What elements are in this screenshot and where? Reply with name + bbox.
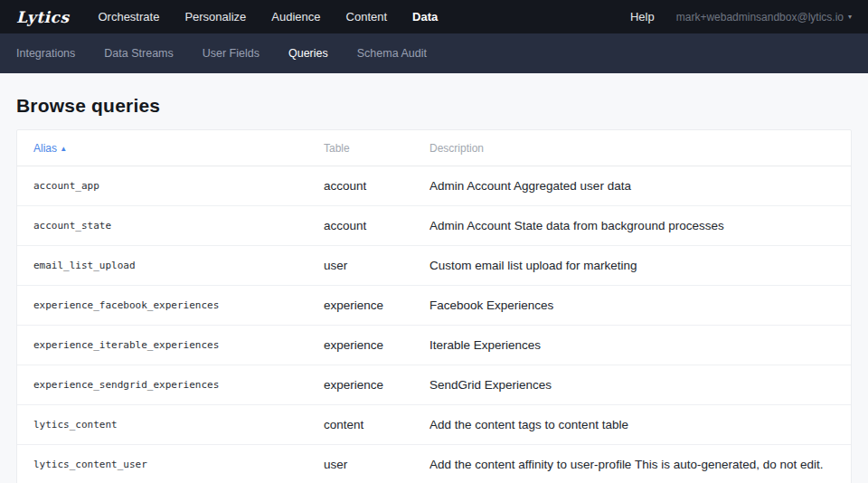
- alias-header-label: Alias: [33, 142, 57, 155]
- table-cell: experience: [324, 286, 429, 326]
- table-row[interactable]: email_list_upload user Custom email list…: [17, 246, 851, 286]
- account-menu[interactable]: mark+webadminsandbox@lytics.io ▾: [676, 11, 852, 24]
- description-cell: Iterable Experiences: [429, 326, 851, 365]
- description-cell: SendGrid Experiences: [429, 365, 851, 405]
- table-cell: user: [324, 445, 429, 483]
- nav-item-data[interactable]: Data: [412, 10, 438, 24]
- table-row[interactable]: experience_sendgrid_experiences experien…: [17, 365, 851, 405]
- table-row[interactable]: lytics_content_user user Add the content…: [17, 445, 851, 483]
- table-cell: account: [324, 166, 429, 206]
- table-row[interactable]: account_state account Admin Account Stat…: [17, 206, 851, 246]
- primary-nav: OrchestratePersonalizeAudienceContentDat…: [98, 10, 438, 24]
- column-header-alias[interactable]: Alias ▲: [17, 130, 324, 166]
- nav-item-orchestrate[interactable]: Orchestrate: [98, 10, 159, 24]
- alias-cell: experience_iterable_experiences: [17, 326, 324, 365]
- description-cell: Add the content tags to content table: [429, 405, 851, 445]
- nav-item-audience[interactable]: Audience: [271, 10, 320, 24]
- subnav-item-integrations[interactable]: Integrations: [16, 47, 75, 60]
- alias-cell: lytics_content: [17, 405, 324, 445]
- lytics-logo[interactable]: Lytics: [16, 8, 69, 26]
- topnav-right: Help mark+webadminsandbox@lytics.io ▾: [630, 10, 852, 24]
- table-cell: user: [324, 246, 429, 286]
- table-cell: account: [324, 206, 429, 246]
- description-cell: Add the content affinity to user-profile…: [429, 445, 851, 483]
- account-email: mark+webadminsandbox@lytics.io: [676, 11, 844, 24]
- top-navigation: Lytics OrchestratePersonalizeAudienceCon…: [0, 0, 868, 33]
- sort-asc-icon: ▲: [60, 145, 67, 153]
- main-content: Browse queries Alias ▲ Table Description…: [0, 95, 868, 483]
- table-row[interactable]: experience_iterable_experiences experien…: [17, 326, 851, 365]
- queries-table-card: Alias ▲ Table Description account_app ac…: [16, 129, 852, 483]
- alias-cell: email_list_upload: [17, 246, 324, 286]
- subnav-item-user-fields[interactable]: User Fields: [203, 47, 259, 60]
- subnav-item-queries[interactable]: Queries: [288, 47, 328, 60]
- data-subnav: IntegrationsData StreamsUser FieldsQueri…: [0, 33, 868, 73]
- alias-cell: account_app: [17, 166, 324, 206]
- description-cell: Admin Account Aggregated user data: [429, 166, 851, 206]
- help-link[interactable]: Help: [630, 10, 655, 24]
- table-cell: content: [324, 405, 429, 445]
- page-title: Browse queries: [16, 95, 852, 117]
- column-header-description[interactable]: Description: [429, 130, 851, 166]
- alias-cell: account_state: [17, 206, 324, 246]
- description-cell: Custom email list upload for marketing: [429, 246, 851, 286]
- column-header-table[interactable]: Table: [324, 130, 429, 166]
- description-cell: Admin Account State data from background…: [429, 206, 851, 246]
- subnav-item-data-streams[interactable]: Data Streams: [104, 47, 173, 60]
- alias-cell: lytics_content_user: [17, 445, 324, 483]
- alias-cell: experience_facebook_experiences: [17, 286, 324, 326]
- table-cell: experience: [324, 326, 429, 365]
- alias-cell: experience_sendgrid_experiences: [17, 365, 324, 405]
- chevron-down-icon: ▾: [848, 14, 852, 21]
- description-cell: Facebook Experiences: [429, 286, 851, 326]
- table-row[interactable]: lytics_content content Add the content t…: [17, 405, 851, 445]
- queries-table: Alias ▲ Table Description account_app ac…: [17, 130, 851, 483]
- table-row[interactable]: experience_facebook_experiences experien…: [17, 286, 851, 326]
- nav-item-personalize[interactable]: Personalize: [184, 10, 246, 24]
- table-cell: experience: [324, 365, 429, 405]
- subnav-item-schema-audit[interactable]: Schema Audit: [357, 47, 427, 60]
- table-header-row: Alias ▲ Table Description: [17, 130, 851, 166]
- table-row[interactable]: account_app account Admin Account Aggreg…: [17, 166, 851, 206]
- query-table-body: account_app account Admin Account Aggreg…: [17, 166, 851, 483]
- nav-item-content[interactable]: Content: [346, 10, 388, 24]
